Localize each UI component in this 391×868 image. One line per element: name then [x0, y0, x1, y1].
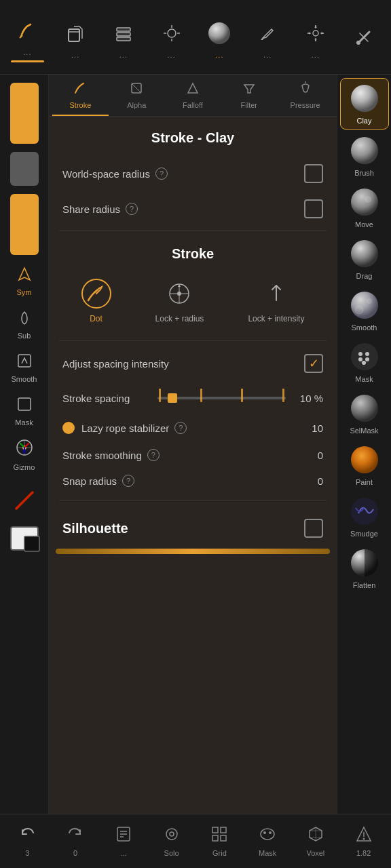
sidebar-item-mask[interactable]: Mask	[4, 391, 45, 431]
flatten-brush-sphere	[349, 547, 380, 578]
silhouette-checkbox[interactable]	[304, 519, 323, 538]
svg-rect-15	[18, 398, 31, 410]
undo-label: 3	[25, 849, 29, 857]
stroke-type-lock-radius[interactable]: Lock + radius	[155, 279, 204, 323]
adjust-spacing-checkbox[interactable]: ✓	[304, 354, 323, 373]
tab-alpha[interactable]: Alpha	[109, 75, 165, 116]
stroke-smoothing-row: Stroke smoothing ? 0	[49, 442, 337, 468]
svg-line-21	[20, 443, 24, 448]
center-panel: Stroke Alpha Falloff Filter	[49, 75, 337, 814]
lock-radius-stroke-label: Lock + radius	[155, 314, 204, 323]
brush-smudge[interactable]: Smudge	[340, 492, 389, 542]
brush-selmask[interactable]: SelMask	[340, 389, 389, 439]
stroke-spacing-value: 10 %	[293, 393, 323, 404]
toolbar-item-tools[interactable]	[339, 22, 388, 55]
paint-brush-label: Paint	[356, 478, 373, 486]
svg-point-46	[351, 446, 378, 473]
stroke-spacing-row: Stroke spacing 10 %	[49, 382, 337, 414]
color-swatch-wb[interactable]	[10, 526, 39, 551]
world-space-radius-checkbox[interactable]	[304, 164, 323, 183]
lock-intensity-stroke-label: Lock + intensity	[248, 314, 304, 323]
lazy-rope-label: Lazy rope stabilizer ?	[81, 422, 296, 434]
share-radius-checkbox[interactable]	[304, 199, 323, 218]
snap-radius-label: Snap radius ?	[62, 475, 134, 487]
toolbar-item-lighting[interactable]: ...	[147, 18, 196, 59]
bottom-solo[interactable]: Solo	[147, 825, 196, 857]
tab-stroke[interactable]: Stroke	[52, 75, 109, 116]
tab-pressure[interactable]: Pressure	[277, 75, 333, 116]
share-radius-help-icon[interactable]: ?	[126, 203, 138, 215]
bottom-note[interactable]: ...	[100, 825, 148, 857]
stroke-type-dot[interactable]: Dot	[81, 279, 111, 323]
toolbar-item-settings[interactable]: ...	[292, 18, 340, 59]
main-layout: Sym Sub Smooth Mask	[0, 75, 391, 814]
stroke-type-lock-intensity[interactable]: Lock + intensity	[248, 279, 304, 323]
sidebar-item-smooth[interactable]: Smooth	[4, 347, 45, 388]
bottom-grid[interactable]: Grid	[196, 825, 244, 857]
sidebar-item-sub[interactable]: Sub	[4, 304, 45, 344]
clay-brush-sphere	[349, 83, 380, 114]
world-space-help-icon[interactable]: ?	[155, 167, 168, 180]
svg-rect-3	[117, 37, 130, 41]
smudge-brush-sphere	[349, 496, 380, 527]
toolbar-dots-2: ...	[119, 51, 128, 59]
falloff-tab-label: Falloff	[183, 101, 203, 109]
smooth-icon	[16, 353, 33, 373]
svg-point-10	[313, 31, 318, 36]
brush-paint[interactable]: Paint	[340, 440, 389, 490]
sidebar-item-stroke-preview[interactable]	[4, 480, 45, 521]
color-swatch-3[interactable]	[10, 194, 39, 255]
svg-point-47	[351, 498, 378, 525]
world-space-radius-row: World-space radius ?	[49, 156, 337, 191]
toolbar-item-material[interactable]: ...	[196, 18, 244, 59]
stroke-spacing-thumb	[168, 393, 177, 403]
toolbar-dots-3: ...	[168, 51, 176, 59]
svg-point-36	[351, 292, 378, 319]
brush-drag[interactable]: Drag	[340, 234, 389, 284]
dot-stroke-label: Dot	[90, 314, 103, 323]
snap-radius-help-icon[interactable]: ?	[122, 475, 134, 487]
lazy-rope-help-icon[interactable]: ?	[174, 422, 187, 434]
svg-point-54	[170, 832, 174, 836]
toolbar-item-files[interactable]: ...	[52, 18, 100, 59]
brush-brush[interactable]: Brush	[340, 131, 389, 181]
stroke-spacing-slider[interactable]	[157, 388, 286, 408]
brush-flatten[interactable]: Flatten	[340, 543, 389, 593]
tools-icon	[349, 22, 379, 52]
color-swatch-2[interactable]	[10, 152, 39, 186]
bottom-mask[interactable]: Mask	[244, 825, 292, 857]
color-swatch-1[interactable]	[10, 83, 39, 144]
bottom-wi[interactable]: 1.82	[339, 825, 388, 857]
lazy-rope-dot	[62, 422, 75, 434]
undo-icon	[18, 825, 36, 847]
tab-falloff[interactable]: Falloff	[165, 75, 221, 116]
toolbar-item-layers[interactable]: ...	[100, 18, 148, 59]
svg-point-31	[351, 85, 378, 112]
brush-clay[interactable]: Clay	[340, 78, 389, 130]
sidebar-item-sym[interactable]: Sym	[4, 260, 45, 301]
brush-move[interactable]: Move	[340, 182, 389, 233]
lazy-rope-value: 10	[303, 422, 323, 434]
brush-smooth[interactable]: Smooth	[340, 285, 389, 336]
bottom-undo[interactable]: 3	[3, 825, 52, 857]
stroke-section-title: Stroke	[49, 234, 337, 272]
svg-point-67	[362, 838, 365, 840]
share-radius-row: Share radius ?	[49, 191, 337, 226]
left-sidebar: Sym Sub Smooth Mask	[0, 75, 49, 814]
svg-point-38	[367, 298, 372, 304]
bottom-redo[interactable]: 0	[52, 825, 100, 857]
bottom-toolbar: 3 0 ... Solo Grid Mask	[0, 814, 391, 868]
pen-icon	[253, 18, 282, 48]
toolbar-item-pen[interactable]: ...	[244, 18, 292, 59]
tab-filter[interactable]: Filter	[221, 75, 277, 116]
svg-point-35	[351, 240, 378, 267]
silhouette-row: Silhouette	[49, 508, 337, 549]
brush-mask[interactable]: Mask	[340, 337, 389, 387]
bottom-voxel[interactable]: Voxel	[292, 825, 340, 857]
filter-tab-icon	[242, 81, 256, 98]
svg-rect-56	[221, 827, 226, 833]
lighting-icon	[157, 18, 187, 48]
toolbar-item-brush-stroke[interactable]: ...	[3, 16, 52, 62]
stroke-smoothing-help-icon[interactable]: ?	[147, 449, 160, 461]
sidebar-item-gizmo[interactable]: Gizmo	[4, 434, 45, 475]
